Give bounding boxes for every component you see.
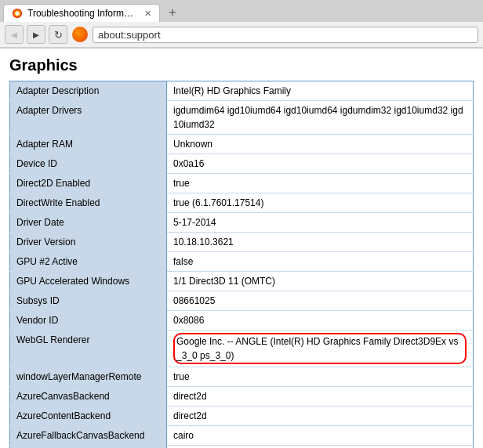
- table-row: AzureFallbackCanvasBackendcairo: [10, 426, 474, 446]
- table-row: WebGL RendererGoogle Inc. -- ANGLE (Inte…: [10, 331, 474, 367]
- row-value: cairo: [167, 426, 474, 446]
- table-row: Driver Date5-17-2014: [10, 213, 474, 233]
- row-key: AzureFallbackCanvasBackend: [10, 426, 167, 446]
- table-row: Adapter Driversigdumdim64 igd10iumd64 ig…: [10, 101, 474, 135]
- reload-button[interactable]: ↻: [49, 25, 67, 44]
- firefox-logo: [72, 27, 88, 42]
- row-key: AzureContentBackend: [10, 406, 167, 426]
- row-key: Driver Date: [10, 213, 167, 233]
- table-row: AzureContentBackenddirect2d: [10, 406, 474, 426]
- watermark-area: Adapter DescriptionIntel(R) HD Graphics …: [9, 81, 474, 448]
- row-value: 0x0a16: [167, 154, 474, 174]
- row-value: 5-17-2014: [167, 213, 474, 233]
- tab-favicon: [12, 8, 23, 19]
- table-row: Driver Version10.18.10.3621: [10, 233, 474, 252]
- row-key: windowLayerManagerRemote: [10, 367, 167, 387]
- row-value: 0x8086: [167, 311, 474, 331]
- active-tab[interactable]: Troubleshooting Informati... ✕: [3, 4, 160, 22]
- back-button[interactable]: ◄: [5, 25, 24, 44]
- row-key: WebGL Renderer: [10, 331, 167, 367]
- table-row: AzureSkiaAccelerated0: [10, 446, 474, 449]
- row-value: 10.18.10.3621: [167, 233, 474, 252]
- row-value: Unknown: [167, 135, 474, 154]
- table-row: Device ID0x0a16: [10, 154, 474, 174]
- row-value: igdumdim64 igd10iumd64 igd10iumd64 igdum…: [167, 101, 474, 135]
- row-key: Adapter RAM: [10, 135, 167, 154]
- row-value: direct2d: [167, 387, 474, 406]
- address-text: about:support: [98, 29, 161, 41]
- table-row: Vendor ID0x8086: [10, 311, 474, 331]
- browser-chrome: Troubleshooting Informati... ✕ + ◄ ► ↻ a…: [0, 0, 483, 49]
- page-content: Graphics Adapter DescriptionIntel(R) HD …: [0, 49, 483, 448]
- row-key: Adapter Drivers: [10, 101, 167, 135]
- new-tab-button[interactable]: +: [163, 3, 182, 22]
- row-key: Device ID: [10, 154, 167, 174]
- row-value: 1/1 Direct3D 11 (OMTC): [167, 272, 474, 291]
- table-row: windowLayerManagerRemotetrue: [10, 367, 474, 387]
- tab-label: Troubleshooting Informati...: [27, 8, 136, 19]
- row-key: Driver Version: [10, 233, 167, 252]
- forward-button[interactable]: ►: [27, 25, 45, 44]
- section-title: Graphics: [9, 56, 474, 74]
- row-key: AzureSkiaAccelerated: [10, 446, 167, 449]
- row-value: false: [167, 252, 474, 272]
- table-row: DirectWrite Enabledtrue (6.1.7601.17514): [10, 193, 474, 213]
- address-bar[interactable]: about:support: [93, 27, 478, 43]
- tab-close-button[interactable]: ✕: [144, 9, 151, 19]
- row-value: direct2d: [167, 406, 474, 426]
- row-value: true: [167, 367, 474, 387]
- table-row: Subsys ID08661025: [10, 291, 474, 311]
- tab-bar: Troubleshooting Informati... ✕ +: [0, 0, 483, 22]
- highlighted-value: Google Inc. -- ANGLE (Intel(R) HD Graphi…: [173, 333, 467, 364]
- row-value: true (6.1.7601.17514): [167, 193, 474, 213]
- table-row: Direct2D Enabledtrue: [10, 174, 474, 193]
- row-value: Google Inc. -- ANGLE (Intel(R) HD Graphi…: [167, 331, 474, 367]
- row-key: AzureCanvasBackend: [10, 387, 167, 406]
- row-value: 08661025: [167, 291, 474, 311]
- svg-point-2: [15, 11, 19, 15]
- row-key: Subsys ID: [10, 291, 167, 311]
- row-key: Adapter Description: [10, 81, 167, 101]
- table-row: AzureCanvasBackenddirect2d: [10, 387, 474, 406]
- row-key: DirectWrite Enabled: [10, 193, 167, 213]
- graphics-info-table: Adapter DescriptionIntel(R) HD Graphics …: [9, 81, 474, 448]
- row-key: GPU Accelerated Windows: [10, 272, 167, 291]
- table-row: GPU Accelerated Windows1/1 Direct3D 11 (…: [10, 272, 474, 291]
- row-value: Intel(R) HD Graphics Family: [167, 81, 474, 101]
- nav-bar: ◄ ► ↻ about:support: [0, 22, 483, 48]
- row-key: Vendor ID: [10, 311, 167, 331]
- table-row: GPU #2 Activefalse: [10, 252, 474, 272]
- table-row: Adapter DescriptionIntel(R) HD Graphics …: [10, 81, 474, 101]
- row-key: GPU #2 Active: [10, 252, 167, 272]
- table-row: Adapter RAMUnknown: [10, 135, 474, 154]
- row-value: 0: [167, 446, 474, 449]
- row-value: true: [167, 174, 474, 193]
- row-key: Direct2D Enabled: [10, 174, 167, 193]
